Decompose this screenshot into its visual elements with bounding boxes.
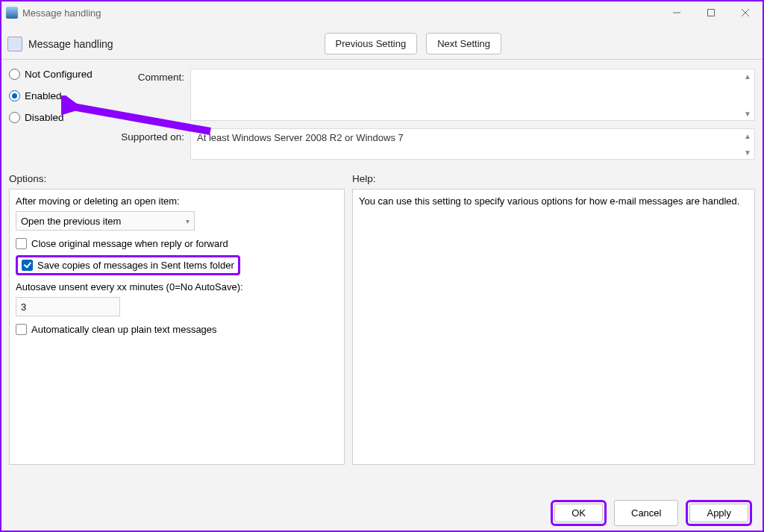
autosave-label: Autosave unsent every xx minutes (0=No A… (16, 281, 338, 292)
help-panel: You can use this setting to specify vari… (352, 189, 755, 465)
scroll-up-icon[interactable]: ▲ (742, 71, 753, 81)
radio-icon (9, 90, 20, 101)
save-copies-highlight: Save copies of messages in Sent Items fo… (16, 255, 240, 275)
apply-button[interactable]: Apply (689, 504, 748, 522)
radio-not-configured[interactable]: Not Configured (9, 69, 106, 80)
supported-on-value: At least Windows Server 2008 R2 or Windo… (191, 129, 754, 146)
close-original-checkbox[interactable]: Close original message when reply or for… (16, 238, 338, 249)
configuration-area: Not Configured Enabled Disabled Comment:… (1, 60, 763, 170)
after-move-select[interactable]: Open the previous item ▾ (16, 211, 195, 231)
title-bar: Message handling (1, 1, 763, 24)
checkbox-icon (16, 238, 27, 249)
footer-buttons: OK Cancel Apply (551, 500, 752, 526)
autosave-spinner[interactable]: 3 (16, 297, 120, 316)
window-title: Message handling (22, 7, 101, 19)
policy-icon (7, 37, 22, 51)
cancel-button[interactable]: Cancel (614, 500, 678, 526)
scroll-down-icon[interactable]: ▼ (742, 147, 753, 157)
radio-icon (9, 69, 20, 80)
maximize-button[interactable] (694, 1, 728, 24)
section-labels: Options: Help: (1, 170, 763, 189)
help-text: You can use this setting to specify vari… (359, 195, 748, 207)
checkbox-label: Close original message when reply or for… (31, 238, 228, 249)
page-title: Message handling (28, 38, 113, 50)
chevron-down-icon: ▾ (186, 217, 190, 225)
auto-cleanup-checkbox[interactable]: Automatically clean up plain text messag… (16, 324, 338, 335)
after-move-value: Open the previous item (21, 216, 121, 227)
comment-label: Comment: (113, 69, 184, 83)
radio-disabled[interactable]: Disabled (9, 112, 106, 123)
close-button[interactable] (728, 1, 763, 24)
svg-rect-1 (708, 10, 715, 16)
scroll-up-icon[interactable]: ▲ (742, 131, 753, 141)
radio-icon (9, 112, 20, 123)
save-copies-checkbox[interactable] (22, 260, 33, 271)
window-controls (660, 1, 763, 24)
checkbox-icon (16, 324, 27, 335)
radio-label: Disabled (25, 112, 64, 123)
comment-value (191, 69, 754, 75)
minimize-button[interactable] (660, 1, 694, 24)
radio-label: Not Configured (25, 69, 93, 80)
autosave-value: 3 (21, 301, 26, 313)
comment-textarea[interactable]: ▲ ▼ (190, 69, 755, 121)
options-panel: After moving or deleting an open item: O… (9, 189, 345, 465)
previous-setting-button[interactable]: Previous Setting (325, 33, 418, 54)
checkbox-label: Automatically clean up plain text messag… (31, 324, 217, 335)
radio-enabled[interactable]: Enabled (9, 90, 106, 101)
scroll-down-icon[interactable]: ▼ (742, 108, 753, 119)
options-section-label: Options: (9, 173, 345, 184)
ok-highlight: OK (551, 500, 607, 526)
supported-on-box: At least Windows Server 2008 R2 or Windo… (190, 128, 755, 160)
radio-label: Enabled (25, 90, 62, 101)
next-setting-button[interactable]: Next Setting (426, 33, 501, 54)
state-radio-group: Not Configured Enabled Disabled (9, 69, 106, 167)
supported-on-label: Supported on: (113, 128, 184, 143)
help-section-label: Help: (352, 173, 376, 184)
checkbox-label: Save copies of messages in Sent Items fo… (37, 260, 234, 271)
ok-button[interactable]: OK (554, 504, 603, 522)
apply-highlight: Apply (686, 500, 752, 526)
header-row: Message handling Previous Setting Next S… (1, 24, 763, 60)
panels: After moving or deleting an open item: O… (1, 189, 763, 465)
after-move-label: After moving or deleting an open item: (16, 195, 338, 207)
app-icon (6, 7, 18, 19)
